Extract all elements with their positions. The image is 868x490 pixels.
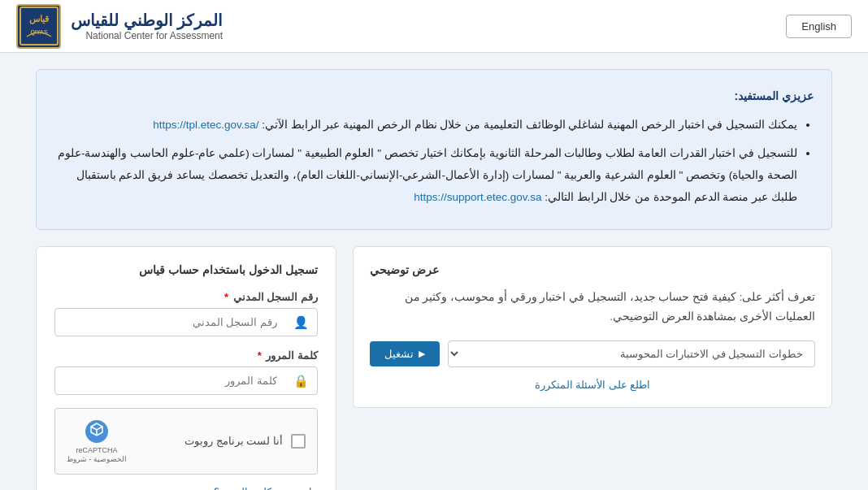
captcha-box[interactable]: أنا لست برنامج روبوت reCAPTCHA الخصوصية … <box>54 408 318 475</box>
lock-icon: 🔒 <box>285 374 317 388</box>
notice-link-2[interactable]: https://support.etec.gov.sa <box>414 186 541 208</box>
tutorial-panel-title: عرض توضيحي <box>370 263 815 276</box>
id-label-text: رقم السجل المدني <box>233 291 318 303</box>
login-panel: تسجيل الدخول باستخدام حساب قياس رقم السج… <box>36 246 336 490</box>
notice-item-2: للتسجيل في اختبار القدرات العامة لطلاب و… <box>54 142 797 208</box>
tutorial-dropdown[interactable]: خطوات التسجيل في الاختبارات المحوسبة <box>448 340 815 367</box>
play-icon: ▶ <box>419 349 425 359</box>
faq-link[interactable]: اطلع على الأسئلة المتكررة <box>370 379 815 391</box>
play-label: تشغيل <box>384 348 414 360</box>
id-input[interactable] <box>55 309 285 336</box>
logo-main-title: المركز الوطني للقياس <box>71 11 223 30</box>
logo-icon: قياس QIYAS <box>16 4 61 49</box>
header: English المركز الوطني للقياس National Ce… <box>0 0 868 53</box>
notice-list: يمكنك التسجيل في اختبار الرخص المهنية لش… <box>54 114 814 208</box>
logo-sub-title: National Center for Assessment <box>71 30 223 41</box>
notice-item-1-text: يمكنك التسجيل في اختبار الرخص المهنية لش… <box>258 119 797 131</box>
password-input[interactable] <box>55 367 285 394</box>
notice-box: عزيزي المستفيد: يمكنك التسجيل في اختبار … <box>36 69 832 230</box>
svg-text:قياس: قياس <box>29 14 49 24</box>
id-label: رقم السجل المدني * <box>54 291 318 303</box>
tutorial-description: تعرف أكثر على: كيفية فتح حساب جديد، التس… <box>370 288 815 327</box>
recaptcha-logo: reCAPTCHA الخصوصية - شروط <box>67 418 127 464</box>
tutorial-panel: عرض توضيحي تعرف أكثر على: كيفية فتح حساب… <box>353 246 832 408</box>
captcha-checkbox[interactable] <box>291 434 306 449</box>
person-icon: 👤 <box>285 315 317 330</box>
login-panel-title: تسجيل الدخول باستخدام حساب قياس <box>54 263 318 276</box>
logo-text: المركز الوطني للقياس National Center for… <box>71 11 223 41</box>
logo-area: المركز الوطني للقياس National Center for… <box>16 4 223 49</box>
password-label-text: كلمة المرور <box>266 349 318 362</box>
english-button[interactable]: English <box>786 15 852 38</box>
captcha-text: أنا لست برنامج روبوت <box>184 435 283 447</box>
main-content: عزيزي المستفيد: يمكنك التسجيل في اختبار … <box>20 69 848 490</box>
notice-title: عزيزي المستفيد: <box>54 85 814 107</box>
notice-item-1: يمكنك التسجيل في اختبار الرخص المهنية لش… <box>54 114 797 136</box>
play-button[interactable]: ▶ تشغيل <box>370 341 440 366</box>
recaptcha-brand: reCAPTCHA الخصوصية - شروط <box>67 446 127 464</box>
two-column-layout: عرض توضيحي تعرف أكثر على: كيفية فتح حساب… <box>36 246 832 490</box>
password-input-wrapper: 🔒 <box>54 366 318 395</box>
tutorial-controls: ▶ تشغيل خطوات التسجيل في الاختبارات المح… <box>370 340 815 367</box>
id-input-wrapper: 👤 <box>54 308 318 336</box>
captcha-left: أنا لست برنامج روبوت <box>184 434 306 449</box>
svg-rect-0 <box>19 6 59 46</box>
password-label: كلمة المرور * <box>54 349 318 362</box>
notice-link-1[interactable]: https://tpl.etec.gov.sa/ <box>153 114 258 136</box>
password-form-group: كلمة المرور * 🔒 <box>54 349 318 395</box>
password-required: * <box>258 349 262 362</box>
forgot-password-link[interactable]: هل نسيت كلمة المرور؟ <box>54 486 318 490</box>
id-form-group: رقم السجل المدني * 👤 <box>54 291 318 336</box>
id-required: * <box>224 291 228 303</box>
